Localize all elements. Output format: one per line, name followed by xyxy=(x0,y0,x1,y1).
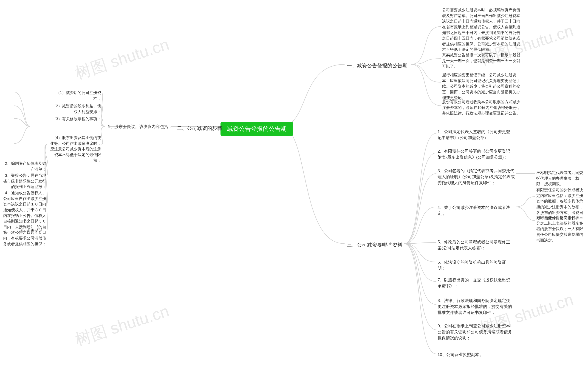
b2-other-2: 4、通知或公告债权人。公司应当自作出减少注册资本决议之日起１０日内通知债权人，并… xyxy=(1,190,46,247)
b3-leaf-6: 7、以股权出资的，提交《股权认缴出资承诺书》； xyxy=(437,277,513,289)
b2-l1: 1、股东会决议。该决议内容包括： xyxy=(106,124,172,130)
branch-1[interactable]: 一、减资公告登报的公告期 xyxy=(347,61,407,70)
center-node[interactable]: 减资公告登报的公告期 xyxy=(221,122,293,136)
b2-l1-item-0: （1）减资后的公司注册资本； xyxy=(48,90,101,101)
b3-leaf-3-sub1: 有限责任公司提交由代表三分之二以上表决权的股东签署的股东会决议；一人有限责任公司… xyxy=(536,215,586,243)
branch-2[interactable]: 二、公司减资的步骤 xyxy=(177,124,222,133)
b3-leaf-5: 6、依法设立的验资机构出具的验资证明； xyxy=(437,259,513,271)
b3-leaf-2-note: 应标明指定代表或者共同委托代理人的办理事项、权限、授权期限。 xyxy=(536,170,586,187)
b1-leaf-1: 其实减资公告登报一次就可以了，报纸一般就是一天一期一次，也就是刊登一期一天一次就… xyxy=(442,52,523,69)
b2-other-0: 2、编制资产负债表及财产清单； xyxy=(1,161,46,172)
b3-leaf-0: 1、公司法定代表人签署的《公司变更登记申请书》(公司加盖公章)； xyxy=(437,129,513,141)
b3-leaf-1: 2、有限责任公司签署的《公司变更登记附表-股东出资信息》(公司加盖公章)； xyxy=(437,148,513,160)
b1-leaf-2: 履行相应的变更登记手续，公司减少注册资本，应当依法向公司登记机关办理变更登记手续… xyxy=(442,72,523,101)
b1-leaf-3: 股份有限公司通过收购本公司股票的方式减少注册资本的，必须在10日内注销该部分股份… xyxy=(442,99,523,116)
b3-leaf-8: 9、公司在报纸上刊登公司减少注册资本公告的有关证明和公司债务清偿或者债务担保情况… xyxy=(437,323,513,341)
b3-leaf-3: 4、关于公司减少注册资本的决议或者决定； xyxy=(437,205,516,217)
mindmap-canvas: 树图 shutu.cn 树图 shutu.cn 树图 shutu.cn 树图 s… xyxy=(0,0,588,379)
b2-l1-item-3: （4）股东出资及其比例的变化等。公司作出减资决议时，应注意公司减少资本后的注册资… xyxy=(48,135,101,163)
b3-leaf-9: 10、公司营业执照副本。 xyxy=(437,352,483,358)
branch-3[interactable]: 三、公司减资要哪些资料 xyxy=(347,240,402,250)
b3-leaf-4: 5、修改后的公司章程或者公司章程修正案(公司法定代表人签署)； xyxy=(437,239,513,251)
watermark: 树图 shutu.cn xyxy=(73,300,172,351)
b2-other-1: 3、登报公告，需在当地省市级非娱乐性公开发行的报刊上办理登报； xyxy=(1,173,46,190)
b1-leaf-0: 公司需要减少注册资本时，必须编制资产负债表及财产清单。公司应当自作出减少注册资本… xyxy=(442,7,523,53)
b2-other-3: 5、变更登记。 xyxy=(1,228,46,234)
watermark: 树图 shutu.cn xyxy=(73,34,172,84)
b3-leaf-7: 8、法律、行政法规和国务院决定规定变更注册资本必须报经批准的，提交有关的批准文件… xyxy=(437,298,513,316)
b3-leaf-2: 3、公司签署的《指定代表或者共同委托代理人的证明》(公司加盖公章)及指定代表或委… xyxy=(437,168,516,186)
b2-l1-item-1: （2）减资后的股东利益、债权人利益安排； xyxy=(48,103,101,115)
b2-l1-item-2: （3）有关修改章程的事项； xyxy=(48,116,101,122)
